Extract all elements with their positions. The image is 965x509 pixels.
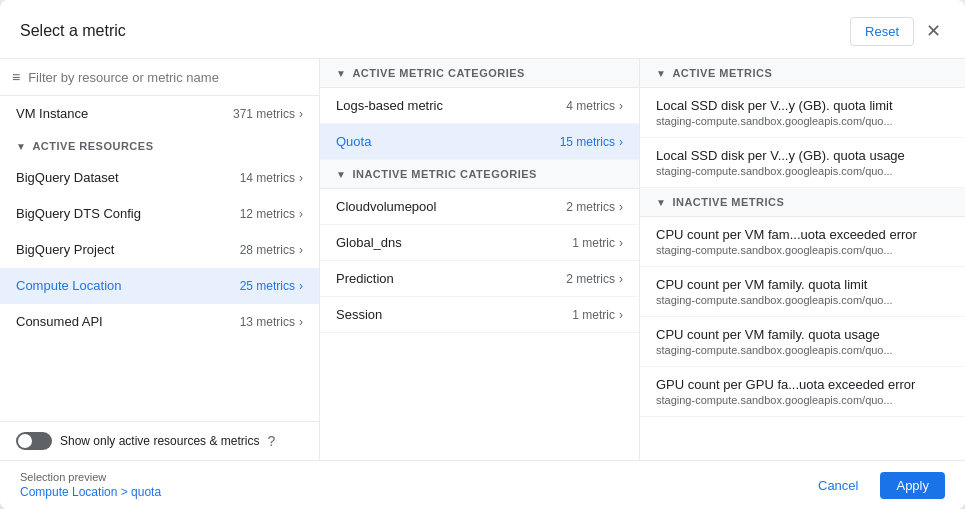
metric-item-cpu-usage[interactable]: CPU count per VM family. quota usage sta…: [640, 317, 965, 367]
metric-item-cpu-exceeded[interactable]: CPU count per VM fam...uota exceeded err…: [640, 217, 965, 267]
active-resources-section: ▼ ACTIVE RESOURCES: [0, 132, 319, 160]
toggle-label: Show only active resources & metrics: [60, 434, 259, 448]
metric-name: GPU count per GPU fa...uota exceeded err…: [656, 377, 949, 392]
cancel-button[interactable]: Cancel: [804, 472, 872, 499]
category-count: 2 metrics ›: [566, 272, 623, 286]
resource-name: BigQuery DTS Config: [16, 206, 141, 221]
resource-item-bigquery-project[interactable]: BigQuery Project 28 metrics ›: [0, 232, 319, 268]
category-name: Session: [336, 307, 382, 322]
chevron-down-icon: ▼: [336, 68, 346, 79]
category-item-quota[interactable]: Quota 15 metrics ›: [320, 124, 639, 160]
active-metrics-header: ▼ ACTIVE METRICS: [640, 59, 965, 88]
dialog-body: ≡ VM Instance 371 metrics › ▼ ACTIVE RES…: [0, 58, 965, 460]
category-name: Quota: [336, 134, 371, 149]
reset-button[interactable]: Reset: [850, 17, 914, 46]
selection-preview-label: Selection preview: [20, 471, 161, 483]
close-button[interactable]: ✕: [922, 16, 945, 46]
category-item-prediction[interactable]: Prediction 2 metrics ›: [320, 261, 639, 297]
active-only-toggle[interactable]: [16, 432, 52, 450]
resource-name: BigQuery Dataset: [16, 170, 119, 185]
category-name: Logs-based metric: [336, 98, 443, 113]
metric-path: staging-compute.sandbox.googleapis.com/q…: [656, 394, 949, 406]
chevron-down-icon: ▼: [656, 68, 666, 79]
help-icon[interactable]: ?: [267, 433, 275, 449]
active-categories-header: ▼ ACTIVE METRIC CATEGORIES: [320, 59, 639, 88]
metric-name: Local SSD disk per V...y (GB). quota usa…: [656, 148, 949, 163]
search-icon: ≡: [12, 69, 20, 85]
apply-button[interactable]: Apply: [880, 472, 945, 499]
category-count: 1 metric ›: [572, 308, 623, 322]
metric-name: CPU count per VM family. quota limit: [656, 277, 949, 292]
metric-name: Local SSD disk per V...y (GB). quota lim…: [656, 98, 949, 113]
resource-item-bigquery-dts[interactable]: BigQuery DTS Config 12 metrics ›: [0, 196, 319, 232]
metric-path: staging-compute.sandbox.googleapis.com/q…: [656, 294, 949, 306]
resource-name: VM Instance: [16, 106, 88, 121]
resource-metrics: 12 metrics ›: [240, 207, 303, 221]
category-name: Prediction: [336, 271, 394, 286]
category-item-global-dns[interactable]: Global_dns 1 metric ›: [320, 225, 639, 261]
category-item-logs-based[interactable]: Logs-based metric 4 metrics ›: [320, 88, 639, 124]
inactive-metrics-header: ▼ INACTIVE METRICS: [640, 188, 965, 217]
resource-name: BigQuery Project: [16, 242, 114, 257]
category-name: Cloudvolumepool: [336, 199, 436, 214]
category-count: 1 metric ›: [572, 236, 623, 250]
inactive-categories-header: ▼ INACTIVE METRIC CATEGORIES: [320, 160, 639, 189]
category-name: Global_dns: [336, 235, 402, 250]
footer-left: Selection preview Compute Location > quo…: [20, 471, 161, 499]
resource-item-compute-location[interactable]: Compute Location 25 metrics ›: [0, 268, 319, 304]
header-actions: Reset ✕: [850, 16, 945, 46]
metric-path: staging-compute.sandbox.googleapis.com/q…: [656, 115, 949, 127]
search-input[interactable]: [28, 70, 307, 85]
resource-metrics: 371 metrics ›: [233, 107, 303, 121]
resource-metrics: 28 metrics ›: [240, 243, 303, 257]
metric-path: staging-compute.sandbox.googleapis.com/q…: [656, 344, 949, 356]
metric-item-local-ssd-limit[interactable]: Local SSD disk per V...y (GB). quota lim…: [640, 88, 965, 138]
toggle-knob: [18, 434, 32, 448]
footer-actions: Cancel Apply: [804, 472, 945, 499]
right-column: ▼ ACTIVE METRICS Local SSD disk per V...…: [640, 59, 965, 460]
select-metric-dialog: Select a metric Reset ✕ ≡ VM Instance 37…: [0, 0, 965, 509]
category-item-session[interactable]: Session 1 metric ›: [320, 297, 639, 333]
resource-item-bigquery-dataset[interactable]: BigQuery Dataset 14 metrics ›: [0, 160, 319, 196]
dialog-title: Select a metric: [20, 22, 126, 40]
dialog-header: Select a metric Reset ✕: [0, 0, 965, 58]
resource-metrics: 13 metrics ›: [240, 315, 303, 329]
middle-column: ▼ ACTIVE METRIC CATEGORIES Logs-based me…: [320, 59, 640, 460]
metric-item-cpu-limit[interactable]: CPU count per VM family. quota limit sta…: [640, 267, 965, 317]
resources-list: VM Instance 371 metrics › ▼ ACTIVE RESOU…: [0, 96, 319, 421]
selection-preview-value: Compute Location > quota: [20, 485, 161, 499]
metric-path: staging-compute.sandbox.googleapis.com/q…: [656, 165, 949, 177]
category-count: 4 metrics ›: [566, 99, 623, 113]
metric-name: CPU count per VM family. quota usage: [656, 327, 949, 342]
resource-metrics: 25 metrics ›: [240, 279, 303, 293]
resource-name: Consumed API: [16, 314, 103, 329]
category-item-cloudvolumepool[interactable]: Cloudvolumepool 2 metrics ›: [320, 189, 639, 225]
toggle-row: Show only active resources & metrics ?: [0, 421, 319, 460]
dialog-footer: Selection preview Compute Location > quo…: [0, 460, 965, 509]
category-count: 2 metrics ›: [566, 200, 623, 214]
chevron-down-icon: ▼: [656, 197, 666, 208]
metric-path: staging-compute.sandbox.googleapis.com/q…: [656, 244, 949, 256]
resource-item-vm-instance[interactable]: VM Instance 371 metrics ›: [0, 96, 319, 132]
resource-name: Compute Location: [16, 278, 122, 293]
resource-item-consumed-api[interactable]: Consumed API 13 metrics ›: [0, 304, 319, 340]
chevron-down-icon: ▼: [16, 141, 26, 152]
metric-item-gpu-exceeded[interactable]: GPU count per GPU fa...uota exceeded err…: [640, 367, 965, 417]
resource-metrics: 14 metrics ›: [240, 171, 303, 185]
metric-name: CPU count per VM fam...uota exceeded err…: [656, 227, 949, 242]
metric-item-local-ssd-usage[interactable]: Local SSD disk per V...y (GB). quota usa…: [640, 138, 965, 188]
chevron-down-icon: ▼: [336, 169, 346, 180]
left-column: ≡ VM Instance 371 metrics › ▼ ACTIVE RES…: [0, 59, 320, 460]
category-count: 15 metrics ›: [560, 135, 623, 149]
search-box: ≡: [0, 59, 319, 96]
